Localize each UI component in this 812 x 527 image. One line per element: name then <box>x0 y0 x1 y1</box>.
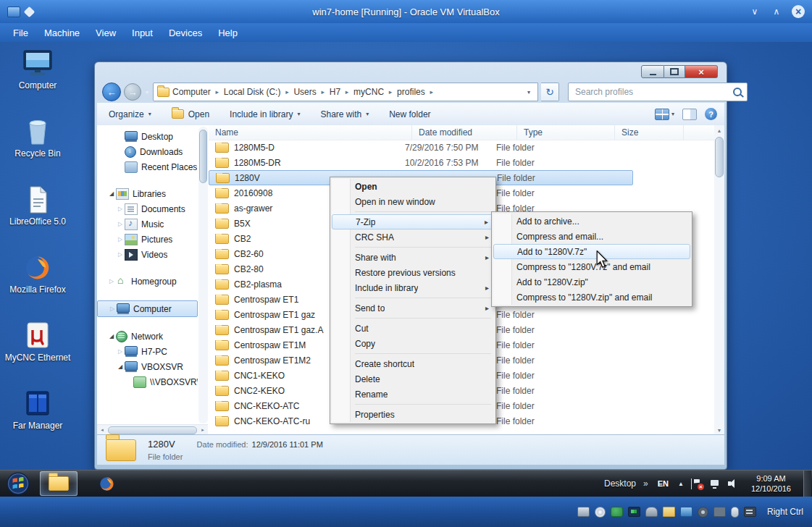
nav-item-music[interactable]: Music <box>97 216 198 232</box>
desktop-icon-recycle-bin[interactable]: Recycle Bin <box>4 116 71 173</box>
context-menu-item-share-with[interactable]: Share with <box>332 250 494 265</box>
breadcrumb-separator-icon[interactable] <box>214 88 221 96</box>
network-status-icon[interactable] <box>628 507 640 517</box>
breadcrumb-segment-users[interactable]: Users <box>290 85 319 98</box>
display-status-icon[interactable] <box>680 507 692 517</box>
vbox-menu-file[interactable]: File <box>6 25 35 41</box>
video-capture-status-icon[interactable] <box>698 507 708 518</box>
context-menu-item-7-zip[interactable]: 7-Zip <box>332 214 494 229</box>
maximize-button[interactable] <box>770 5 783 18</box>
explorer-minimize-button[interactable] <box>641 65 664 78</box>
breadcrumb-separator-icon[interactable] <box>283 88 290 96</box>
navigation-scrollbar-thumb[interactable] <box>199 130 207 183</box>
desktop-icon-firefox[interactable]: Mozilla Firefox <box>4 252 71 309</box>
address-dropdown-icon[interactable] <box>524 89 534 96</box>
column-header-name[interactable]: Name <box>209 125 412 140</box>
context-menu-item-properties[interactable]: Properties <box>332 407 494 422</box>
show-hidden-icons-button[interactable] <box>678 481 684 487</box>
toolbar-include-in-library[interactable]: Include in library <box>225 106 304 122</box>
desktop-toolbar-chevron[interactable]: » <box>643 478 648 489</box>
forward-button[interactable] <box>124 83 141 101</box>
context-menu-item-restore-previous-versions[interactable]: Restore previous versions <box>332 265 494 280</box>
context-menu-item-send-to[interactable]: Send to <box>332 300 494 316</box>
start-button[interactable] <box>7 472 30 495</box>
close-button[interactable] <box>792 5 805 18</box>
collapsed-arrow-icon[interactable] <box>116 221 125 227</box>
network-tray-icon[interactable] <box>710 478 721 489</box>
desktop-icon-computer[interactable]: Computer <box>4 48 71 105</box>
toolbar-new-folder[interactable]: New folder <box>385 106 435 122</box>
breadcrumb-segment-mycnc[interactable]: myCNC <box>351 85 387 98</box>
navigation-hscrollbar[interactable] <box>97 424 208 435</box>
submenu-item-compress-to-1280v-zip-and-email[interactable]: Compress to "1280V.zip" and email <box>493 290 690 305</box>
toolbar-share-with[interactable]: Share with <box>316 106 373 122</box>
breadcrumb-segment-profiles[interactable]: profiles <box>394 85 428 98</box>
desktop-toolbar-label[interactable]: Desktop <box>604 478 636 489</box>
context-menu-item-create-shortcut[interactable]: Create shortcut <box>332 356 494 371</box>
clock[interactable]: 9:09 AM 12/10/2016 <box>751 473 791 494</box>
nav-item-desktop[interactable]: Desktop <box>97 129 198 144</box>
nav-item-homegroup[interactable]: Homegroup <box>97 274 198 289</box>
breadcrumb-separator-icon[interactable] <box>428 88 435 96</box>
toolbar-open[interactable]: Open <box>167 106 214 122</box>
collapsed-arrow-icon[interactable] <box>116 206 125 212</box>
breadcrumb-separator-icon[interactable] <box>387 88 394 96</box>
submenu-item-compress-to-1280v-7z-and-email[interactable]: Compress to "1280V.7z" and email <box>493 259 690 274</box>
expanded-arrow-icon[interactable] <box>107 333 116 340</box>
explorer-maximize-button[interactable] <box>664 65 685 78</box>
help-button[interactable] <box>705 108 717 120</box>
hdd-status-icon[interactable] <box>577 507 590 517</box>
show-desktop-button[interactable] <box>803 471 811 497</box>
back-button[interactable] <box>102 83 121 101</box>
navigation-scrollbar[interactable] <box>198 127 208 423</box>
submenu-item-compress-and-email[interactable]: Compress and email... <box>493 229 690 244</box>
action-center-icon[interactable] <box>691 478 703 489</box>
vbox-menu-input[interactable]: Input <box>125 25 160 41</box>
scroll-down-arrow-icon[interactable] <box>714 425 724 435</box>
nav-item-vboxsvr[interactable]: VBOXSVR <box>97 359 198 374</box>
toolbar-organize[interactable]: Organize <box>104 106 156 122</box>
expanded-arrow-icon[interactable] <box>107 190 116 197</box>
breadcrumb-bar[interactable]: ComputerLocal Disk (C:)UsersH7myCNCprofi… <box>153 83 538 101</box>
collapsed-arrow-icon[interactable] <box>108 305 117 312</box>
volume-tray-icon[interactable] <box>728 478 739 489</box>
search-box[interactable] <box>568 83 748 101</box>
nav-item-libraries[interactable]: Libraries <box>97 186 198 201</box>
breadcrumb-separator-icon[interactable] <box>343 88 351 96</box>
breadcrumb-segment-local-disk-c[interactable]: Local Disk (C:) <box>221 85 284 98</box>
nav-item-network[interactable]: Network <box>97 329 198 344</box>
submenu-item-add-to-archive[interactable]: Add to archive... <box>493 214 690 229</box>
list-scrollbar-thumb[interactable] <box>715 137 724 177</box>
context-menu-item-open[interactable]: Open <box>332 179 494 194</box>
breadcrumb-separator-icon[interactable] <box>319 88 327 96</box>
nav-item-h7-pc[interactable]: H7-PC <box>97 344 198 359</box>
nav-item-downloads[interactable]: Downloads <box>97 144 198 159</box>
desktop-icon-libreoffice[interactable]: LibreOffice 5.0 <box>4 184 71 241</box>
vbox-menu-machine[interactable]: Machine <box>37 25 87 41</box>
context-menu-item-cut[interactable]: Cut <box>332 321 494 336</box>
context-menu-item-delete[interactable]: Delete <box>332 371 494 387</box>
breadcrumb-segment-computer[interactable]: Computer <box>169 85 214 98</box>
taskbar-explorer-button[interactable] <box>40 471 78 496</box>
features-status-icon[interactable] <box>713 507 726 517</box>
taskbar-firefox-button[interactable] <box>88 471 125 496</box>
language-indicator[interactable]: EN <box>656 478 671 489</box>
scroll-up-arrow-icon[interactable] <box>714 125 724 135</box>
nav-item-videos[interactable]: Videos <box>97 247 198 262</box>
file-row-1280m5-d[interactable]: 1280M5-D7/29/2016 7:50 PMFile folder <box>209 140 714 155</box>
nav-item-pictures[interactable]: Pictures <box>97 232 198 247</box>
audio-status-icon[interactable] <box>611 507 623 517</box>
hscroll-right-arrow-icon[interactable] <box>198 425 208 435</box>
shared-folders-status-icon[interactable] <box>663 507 675 517</box>
keyboard-status-icon[interactable] <box>744 507 756 517</box>
change-view-button[interactable] <box>655 109 674 120</box>
list-scrollbar[interactable] <box>714 125 724 435</box>
recent-pages-dropdown-icon[interactable] <box>144 89 150 96</box>
collapsed-arrow-icon[interactable] <box>116 236 125 243</box>
context-menu-item-rename[interactable]: Rename <box>332 387 494 402</box>
breadcrumb-segment-h7[interactable]: H7 <box>327 85 343 98</box>
submenu-item-add-to-1280v-zip[interactable]: Add to "1280V.zip" <box>493 274 690 290</box>
nav-item-documents[interactable]: Documents <box>97 201 198 216</box>
context-menu-item-copy[interactable]: Copy <box>332 336 494 351</box>
vbox-menu-devices[interactable]: Devices <box>162 25 209 41</box>
